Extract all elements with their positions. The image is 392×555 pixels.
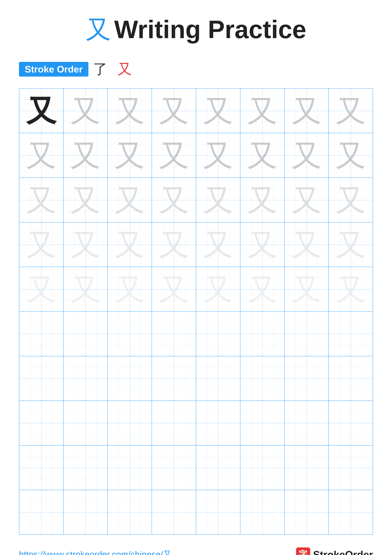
grid-cell[interactable]: [19, 356, 64, 401]
grid-cell[interactable]: [329, 445, 373, 490]
grid-cell[interactable]: [64, 312, 108, 356]
grid-cell[interactable]: [64, 401, 108, 445]
grid-cell[interactable]: [240, 312, 285, 356]
grid-cell[interactable]: [196, 312, 241, 356]
grid-cell[interactable]: [108, 401, 152, 445]
grid-cell[interactable]: [108, 312, 152, 356]
grid-cell[interactable]: 又: [329, 133, 373, 177]
grid-cell[interactable]: [240, 490, 285, 534]
stroke-order-chars: 了 又: [93, 59, 135, 79]
grid-cell[interactable]: 又: [285, 267, 329, 311]
footer-brand: 字 StrokeOrder: [296, 548, 373, 555]
grid-cell[interactable]: 又: [240, 222, 285, 267]
practice-char: 又: [26, 96, 56, 126]
grid-row: 又 又 又 又 又 又 又 又: [19, 222, 373, 267]
grid-cell[interactable]: 又: [240, 267, 285, 311]
grid-cell[interactable]: 又: [285, 178, 329, 222]
grid-cell[interactable]: 又: [196, 267, 241, 311]
grid-cell[interactable]: [19, 401, 64, 445]
grid-cell[interactable]: 又: [240, 89, 285, 133]
grid-cell[interactable]: [152, 401, 196, 445]
grid-cell[interactable]: 又: [64, 267, 108, 311]
grid-cell[interactable]: 又: [108, 267, 152, 311]
practice-char: 又: [26, 140, 56, 170]
grid-cell[interactable]: 又: [19, 222, 64, 267]
grid-cell[interactable]: [19, 445, 64, 490]
grid-cell[interactable]: [285, 401, 329, 445]
grid-cell[interactable]: [196, 490, 241, 534]
grid-cell[interactable]: 又: [64, 133, 108, 177]
grid-cell[interactable]: [240, 445, 285, 490]
grid-cell[interactable]: [64, 356, 108, 401]
grid-cell[interactable]: 又: [152, 133, 196, 177]
grid-cell[interactable]: 又: [285, 222, 329, 267]
grid-cell[interactable]: 又: [329, 222, 373, 267]
grid-cell[interactable]: [285, 445, 329, 490]
grid-cell[interactable]: [152, 490, 196, 534]
grid-cell[interactable]: 又: [240, 178, 285, 222]
grid-cell[interactable]: [329, 312, 373, 356]
grid-cell[interactable]: 又: [19, 133, 64, 177]
grid-cell[interactable]: 又: [196, 178, 241, 222]
grid-cell[interactable]: 又: [19, 267, 64, 311]
grid-cell[interactable]: [329, 356, 373, 401]
practice-char: 又: [26, 274, 56, 304]
grid-cell[interactable]: 又: [108, 222, 152, 267]
practice-char: 又: [203, 96, 233, 126]
grid-cell[interactable]: 又: [196, 133, 241, 177]
grid-cell[interactable]: [285, 356, 329, 401]
grid-cell[interactable]: 又: [196, 89, 241, 133]
grid-cell[interactable]: 又: [108, 89, 152, 133]
grid-cell[interactable]: [196, 445, 241, 490]
grid-cell[interactable]: [64, 490, 108, 534]
grid-row: [19, 445, 373, 490]
grid-cell[interactable]: [19, 312, 64, 356]
grid-cell[interactable]: [196, 401, 241, 445]
grid-cell[interactable]: 又: [19, 178, 64, 222]
page: 又Writing Practice Stroke Order 了 又 又 又 又…: [0, 0, 392, 555]
grid-cell[interactable]: 又: [329, 267, 373, 311]
grid-cell[interactable]: 又: [152, 267, 196, 311]
grid-cell[interactable]: [285, 490, 329, 534]
grid-cell[interactable]: 又: [196, 222, 241, 267]
grid-cell[interactable]: [152, 445, 196, 490]
practice-char: 又: [159, 230, 189, 260]
grid-row: [19, 356, 373, 401]
grid-cell[interactable]: 又: [108, 133, 152, 177]
grid-cell[interactable]: 又: [152, 222, 196, 267]
grid-cell[interactable]: 又: [64, 178, 108, 222]
grid-cell[interactable]: 又: [19, 89, 64, 133]
grid-cell[interactable]: [285, 312, 329, 356]
grid-cell[interactable]: 又: [108, 178, 152, 222]
practice-char: 又: [336, 140, 366, 170]
grid-cell[interactable]: [108, 445, 152, 490]
grid-cell[interactable]: 又: [329, 89, 373, 133]
grid-cell[interactable]: [152, 312, 196, 356]
practice-char: 又: [70, 96, 100, 126]
grid-cell[interactable]: [329, 490, 373, 534]
grid-cell[interactable]: [196, 356, 241, 401]
practice-char: 又: [292, 274, 322, 304]
practice-char: 又: [26, 230, 56, 260]
grid-cell[interactable]: [19, 490, 64, 534]
grid-cell[interactable]: [64, 445, 108, 490]
grid-cell[interactable]: [108, 490, 152, 534]
grid-cell[interactable]: [152, 356, 196, 401]
footer-url[interactable]: https://www.strokeorder.com/chinese/又: [19, 549, 172, 555]
grid-cell[interactable]: 又: [152, 89, 196, 133]
practice-char: 又: [247, 230, 277, 260]
grid-cell[interactable]: [240, 401, 285, 445]
grid-cell[interactable]: 又: [329, 178, 373, 222]
grid-cell[interactable]: 又: [285, 89, 329, 133]
practice-char: 又: [247, 140, 277, 170]
grid-cell[interactable]: [240, 356, 285, 401]
grid-cell[interactable]: 又: [285, 133, 329, 177]
grid-cell[interactable]: [329, 401, 373, 445]
grid-cell[interactable]: 又: [64, 89, 108, 133]
grid-cell[interactable]: 又: [240, 133, 285, 177]
brand-icon: 字: [296, 548, 310, 555]
grid-cell[interactable]: [108, 356, 152, 401]
practice-char: 又: [292, 96, 322, 126]
grid-cell[interactable]: 又: [152, 178, 196, 222]
grid-cell[interactable]: 又: [64, 222, 108, 267]
